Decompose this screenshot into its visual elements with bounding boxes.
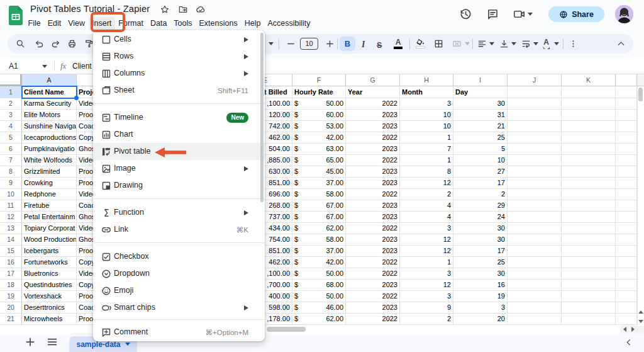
cell-I18[interactable]: 16	[453, 280, 508, 291]
cell-F20[interactable]: $46.00	[292, 302, 346, 314]
cell-A17[interactable]: Bluetronics	[22, 268, 77, 280]
cell-L18[interactable]	[616, 280, 637, 291]
cell-F13[interactable]: $62.00	[292, 223, 346, 234]
column-header-G[interactable]: G	[346, 74, 400, 86]
cell-H9[interactable]: 12	[400, 178, 453, 189]
cell-K15[interactable]	[562, 246, 616, 257]
cell-H10[interactable]: 2	[400, 189, 453, 200]
version-history-button[interactable]	[460, 8, 472, 20]
cell-L15[interactable]	[616, 246, 637, 257]
cell-K13[interactable]	[562, 223, 616, 234]
vertical-align-caret[interactable]	[511, 42, 516, 45]
cell-K12[interactable]	[562, 212, 616, 223]
meet-dropdown-caret[interactable]	[528, 13, 533, 16]
cell-I10[interactable]: 2	[453, 189, 508, 200]
cell-H4[interactable]: 10	[400, 121, 453, 132]
menubar-file[interactable]: File	[25, 17, 44, 30]
zoom-dropdown-caret[interactable]	[269, 42, 274, 45]
cell-G5[interactable]: 2022	[346, 132, 400, 144]
italic-button[interactable]: I	[362, 38, 368, 49]
cell-J4[interactable]	[508, 121, 562, 132]
cell-F5[interactable]: $42.00	[292, 132, 346, 144]
cell-F6[interactable]: $63.00	[292, 144, 346, 155]
cell-L16[interactable]	[616, 257, 637, 268]
cell-A15[interactable]: Icebergarts	[22, 246, 77, 257]
menubar-edit[interactable]: Edit	[44, 17, 65, 30]
cell-L4[interactable]	[616, 121, 637, 132]
side-panel-collapse-button[interactable]	[625, 338, 633, 347]
cell-I20[interactable]: 3	[453, 302, 508, 314]
cell-I15[interactable]: 17	[453, 246, 508, 257]
star-button[interactable]	[160, 5, 169, 14]
column-header-H[interactable]: H	[400, 74, 453, 86]
column-header-A[interactable]: A	[22, 74, 77, 86]
cell-F18[interactable]: $68.00	[292, 280, 346, 291]
cell-K2[interactable]	[562, 98, 616, 110]
cell-I2[interactable]: 30	[453, 98, 508, 110]
cell-H20[interactable]: 9	[400, 302, 453, 314]
cell-J6[interactable]	[508, 144, 562, 155]
cell-A21[interactable]: Microwheels	[22, 314, 77, 325]
menubar-view[interactable]: View	[65, 17, 89, 30]
column-header-K[interactable]: K	[562, 74, 616, 86]
cell-L1[interactable]	[616, 86, 637, 98]
hide-menus-button[interactable]	[616, 39, 626, 48]
cell-G1[interactable]: Year	[346, 86, 400, 98]
text-wrapping-caret[interactable]	[533, 42, 538, 45]
cell-G15[interactable]: 2023	[346, 246, 400, 257]
menu-item-link[interactable]: Link ⌘K	[93, 221, 265, 238]
cell-A10[interactable]: Redphone	[22, 189, 77, 200]
cell-J15[interactable]	[508, 246, 562, 257]
row-number[interactable]: 8	[0, 166, 22, 178]
menu-item-sheet[interactable]: Sheet Shift+F11	[93, 82, 265, 99]
cell-J8[interactable]	[508, 166, 562, 178]
undo-button[interactable]	[35, 39, 44, 48]
cell-K10[interactable]	[562, 189, 616, 200]
cell-I7[interactable]: 10	[453, 155, 508, 166]
row-number[interactable]: 17	[0, 268, 22, 280]
cell-G17[interactable]: 2022	[346, 268, 400, 280]
cell-K9[interactable]	[562, 178, 616, 189]
cell-G11[interactable]: 2023	[346, 200, 400, 212]
menu-item-emoji[interactable]: Emoji	[93, 282, 265, 299]
cell-H11[interactable]: 4	[400, 200, 453, 212]
menu-item-pivot-table[interactable]: Pivot table	[93, 143, 265, 160]
cell-J9[interactable]	[508, 178, 562, 189]
cell-L20[interactable]	[616, 302, 637, 314]
column-header-partial[interactable]	[616, 74, 637, 86]
scroll-left-button[interactable]	[621, 326, 629, 333]
cell-J21[interactable]	[508, 314, 562, 325]
cell-J1[interactable]	[508, 86, 562, 98]
cell-I13[interactable]: 30	[453, 223, 508, 234]
share-button[interactable]: Share	[548, 6, 604, 22]
cell-H17[interactable]: 3	[400, 268, 453, 280]
cell-H2[interactable]: 3	[400, 98, 453, 110]
row-number[interactable]: 18	[0, 280, 22, 291]
cell-F16[interactable]: $42.00	[292, 257, 346, 268]
document-status-icon[interactable]	[196, 5, 205, 14]
cell-G10[interactable]: 2022	[346, 189, 400, 200]
meet-button[interactable]	[513, 8, 525, 20]
menu-item-image[interactable]: Image	[93, 160, 265, 177]
cell-A14[interactable]: Wood Production	[22, 234, 77, 246]
cell-H21[interactable]: 2	[400, 314, 453, 325]
menubar-insert[interactable]: Insert	[89, 17, 115, 30]
cell-F21[interactable]: $62.00	[292, 314, 346, 325]
select-all-corner[interactable]	[0, 74, 22, 86]
menubar-data[interactable]: Data	[147, 17, 170, 30]
cell-L2[interactable]	[616, 98, 637, 110]
menubar-help[interactable]: Help	[241, 17, 264, 30]
cell-A18[interactable]: Questindustries	[22, 280, 77, 291]
cell-A11[interactable]: Firetube	[22, 200, 77, 212]
cell-J7[interactable]	[508, 155, 562, 166]
row-number[interactable]: 5	[0, 132, 22, 144]
row-number[interactable]: 21	[0, 314, 22, 325]
horizontal-align-button[interactable]	[477, 39, 487, 48]
cell-I8[interactable]: 27	[453, 166, 508, 178]
cell-A5[interactable]: Icecaproductions	[22, 132, 77, 144]
cell-F1[interactable]: Hourly Rate	[292, 86, 346, 98]
menu-item-cells[interactable]: Cells	[93, 31, 265, 48]
menubar-format[interactable]: Format	[115, 17, 147, 30]
column-header-F[interactable]: F	[292, 74, 346, 86]
cell-L7[interactable]	[616, 155, 637, 166]
